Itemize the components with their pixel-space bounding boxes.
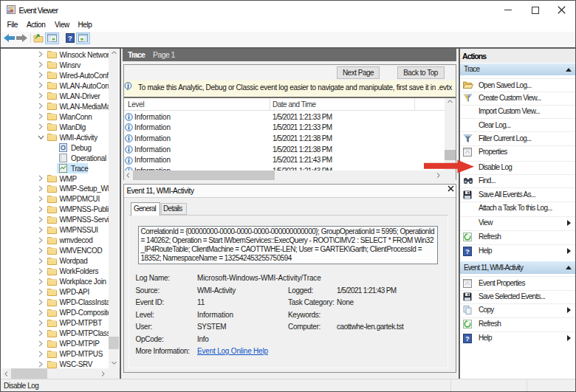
svg-text:?: ?: [465, 247, 470, 255]
svg-text:?: ?: [68, 34, 72, 42]
svg-text:?: ?: [465, 334, 470, 343]
